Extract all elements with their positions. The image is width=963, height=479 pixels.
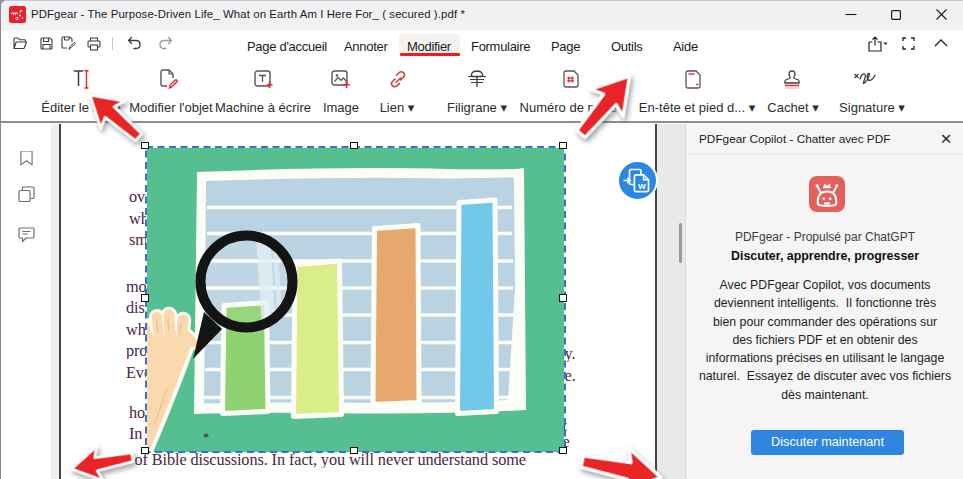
svg-text:w: w [637, 180, 646, 191]
